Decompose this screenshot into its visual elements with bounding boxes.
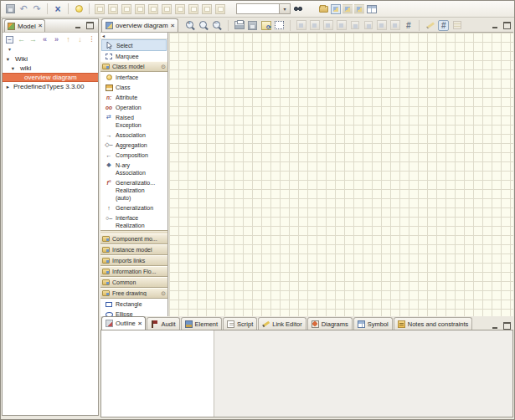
same-height-button[interactable]	[363, 20, 373, 31]
pin-icon[interactable]: ⊙	[161, 290, 166, 297]
style-pencil-button[interactable]	[425, 20, 435, 31]
print-button[interactable]	[234, 20, 245, 31]
palette-drawer-class-model[interactable]: Class model ⊙	[100, 61, 167, 72]
search-input[interactable]	[236, 3, 280, 14]
distribute-horizontal-button[interactable]	[376, 20, 387, 31]
combo-dropdown-button[interactable]: ▾	[280, 3, 291, 14]
configure-tools-button[interactable]: ×	[52, 3, 64, 15]
model-tool-button-9[interactable]	[201, 3, 213, 15]
palette-item-class[interactable]: Class	[100, 82, 167, 92]
zoom-out-button[interactable]: −	[212, 20, 223, 31]
palette-item-interface-realization[interactable]: ○– Interface Realization	[100, 213, 167, 230]
collapse-all-button[interactable]: −	[5, 34, 14, 44]
palette-item-raised-exception[interactable]: ⇄ Raised Exception	[100, 112, 167, 130]
perspective-button-2[interactable]	[342, 4, 353, 14]
move-down-button[interactable]: ↓	[75, 34, 85, 44]
save-diagram-button[interactable]	[247, 20, 258, 31]
view-menu-button[interactable]: ▾	[8, 46, 11, 52]
fit-selection-button[interactable]	[274, 20, 285, 31]
close-icon[interactable]: ×	[39, 23, 43, 29]
model-tool-button-1[interactable]	[94, 3, 106, 15]
page-layout-button[interactable]	[451, 20, 462, 31]
palette-item-ellipse[interactable]: Ellipse	[100, 309, 167, 316]
minimize-button[interactable]	[74, 22, 82, 29]
close-icon[interactable]: ×	[171, 23, 175, 29]
open-perspective-button[interactable]	[317, 3, 329, 15]
tree-item-wiki-project[interactable]: ▾ Wiki	[3, 54, 98, 64]
tab-element[interactable]: Element	[181, 317, 223, 330]
pin-icon[interactable]: ⊙	[161, 64, 166, 70]
model-view-tab[interactable]: Model ×	[4, 19, 45, 32]
model-tool-button-3[interactable]	[121, 3, 132, 15]
palette-tool-marquee[interactable]: Marquee	[100, 51, 167, 61]
tab-script[interactable]: Script	[223, 317, 257, 330]
minimize-button[interactable]	[491, 22, 499, 29]
palette-drawer-free-drawing[interactable]: Free drawing ⊙	[100, 288, 167, 299]
zoom-in-button[interactable]: +	[185, 20, 196, 31]
diagram-canvas[interactable]	[169, 33, 513, 316]
palette-item-operation[interactable]: oo Operation	[100, 102, 167, 112]
model-tool-button-4[interactable]	[134, 3, 146, 15]
tree-item-wiki-package[interactable]: ▾ wiki	[3, 64, 98, 73]
tab-audit[interactable]: Audit	[147, 317, 179, 330]
palette-item-generalization-realization-auto[interactable]: f° Generalizatio... Realization (auto)	[100, 177, 167, 202]
expand-arrow-icon[interactable]: ▾	[4, 56, 12, 63]
tree-item-predefined-types[interactable]: ▸ PredefinedTypes 3.3.00	[3, 82, 98, 91]
redo-button[interactable]: ↷	[31, 3, 43, 15]
minimize-button[interactable]	[491, 322, 499, 330]
tab-notes-and-constraints[interactable]: Notes and constraints	[394, 317, 473, 330]
palette-item-composition[interactable]: ← Composition	[100, 150, 167, 160]
save-button[interactable]	[4, 3, 16, 15]
next-selection-button[interactable]: »	[52, 34, 61, 44]
palette-collapse-button[interactable]: ◂	[102, 33, 105, 38]
perspective-button-3[interactable]	[354, 4, 364, 14]
align-right-button[interactable]	[309, 20, 320, 31]
palette-item-association[interactable]: → Association	[100, 130, 167, 140]
navigate-forward-button[interactable]: →	[28, 34, 38, 44]
expand-arrow-icon[interactable]: ▾	[9, 65, 17, 72]
distribute-vertical-button[interactable]	[389, 20, 400, 31]
model-tool-button-2[interactable]	[107, 3, 119, 15]
grid-button[interactable]: #	[403, 20, 414, 31]
palette-item-attribute[interactable]: n: Attribute	[100, 92, 167, 102]
tip-button[interactable]	[73, 3, 85, 15]
maximize-button[interactable]	[502, 22, 511, 29]
palette-drawer-instance-model[interactable]: Instance model	[100, 244, 167, 255]
palette-item-generalization[interactable]: ↑ Generalization	[100, 202, 167, 213]
maximize-button[interactable]	[85, 22, 94, 29]
palette-drawer-common[interactable]: Common	[100, 277, 167, 288]
palette-drawer-imports-links[interactable]: Imports links	[100, 255, 167, 266]
outline-preview-area[interactable]	[101, 330, 214, 417]
palette-item-nary-association[interactable]: ◆ N-ary Association	[100, 160, 167, 177]
palette-drawer-component-model[interactable]: Component mo...	[100, 233, 167, 244]
palette-tool-select[interactable]: Select	[101, 39, 167, 51]
same-width-button[interactable]	[349, 20, 360, 31]
tree-item-overview-diagram[interactable]: overview diagram	[3, 73, 98, 82]
perspective-modeling-button[interactable]	[331, 4, 341, 14]
collapse-arrow-icon[interactable]: ▸	[4, 84, 12, 90]
editor-tab-overview-diagram[interactable]: overview diagram ×	[101, 18, 178, 32]
previous-selection-button[interactable]: «	[40, 34, 49, 44]
model-tool-button-7[interactable]	[174, 3, 186, 15]
model-tool-button-10[interactable]	[214, 3, 226, 15]
tab-link-editor[interactable]: Link Editor	[258, 317, 306, 330]
align-top-button[interactable]	[322, 20, 333, 31]
search-button[interactable]	[292, 3, 304, 15]
palette-item-interface[interactable]: Interface	[100, 72, 167, 82]
navigate-back-button[interactable]: ←	[17, 34, 26, 44]
palette-item-aggregation[interactable]: ◇– Aggregation	[100, 140, 167, 150]
tab-outline[interactable]: Outline ×	[101, 316, 146, 330]
maximize-button[interactable]	[502, 322, 511, 330]
model-tool-button-6[interactable]	[161, 3, 173, 15]
align-left-button[interactable]	[296, 20, 306, 31]
close-icon[interactable]: ×	[138, 320, 142, 327]
move-up-button[interactable]: ↑	[64, 34, 73, 44]
tab-symbol[interactable]: Symbol	[353, 317, 393, 330]
tab-diagrams[interactable]: Diagrams	[307, 317, 353, 330]
model-tool-button-5[interactable]	[147, 3, 159, 15]
palette-drawer-information-flow[interactable]: Information Flo...	[100, 266, 167, 277]
table-view-button[interactable]	[366, 3, 378, 15]
palette-item-rectangle[interactable]: Rectangle	[100, 299, 167, 309]
export-image-button[interactable]	[260, 20, 271, 31]
model-tool-button-8[interactable]	[188, 3, 199, 15]
